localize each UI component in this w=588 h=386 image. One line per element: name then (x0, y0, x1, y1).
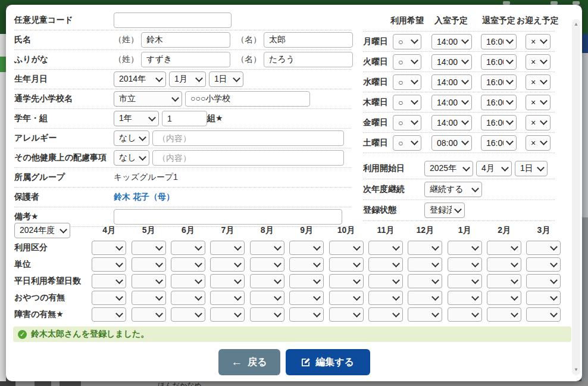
month-cell-select[interactable] (526, 274, 561, 288)
continuation-select[interactable]: 継続する (424, 182, 482, 197)
month-cell-select[interactable] (526, 257, 561, 272)
month-cell-select[interactable] (526, 241, 561, 255)
month-cell-select[interactable] (171, 241, 205, 255)
leave-time-select[interactable]: 16:00 (481, 34, 517, 49)
enter-time-select[interactable]: 08:00 (431, 135, 472, 151)
scroll-down-icon[interactable]: ▼ (572, 368, 580, 372)
month-cell-select[interactable] (250, 257, 284, 272)
month-cell-select[interactable] (171, 274, 205, 288)
month-cell-select[interactable] (448, 257, 482, 272)
month-cell-select[interactable] (250, 274, 284, 288)
month-cell-select[interactable] (210, 274, 245, 288)
birth-year-select[interactable]: 2014年 (114, 71, 166, 87)
month-cell-select[interactable] (408, 274, 442, 288)
month-cell-select[interactable] (329, 274, 364, 288)
month-cell-select[interactable] (487, 257, 521, 272)
month-cell-select[interactable] (92, 307, 126, 322)
month-cell-select[interactable] (487, 241, 521, 255)
wish-select[interactable]: ○ (393, 54, 421, 70)
class-input[interactable] (162, 111, 207, 126)
month-cell-select[interactable] (487, 274, 521, 288)
month-cell-select[interactable] (250, 307, 284, 322)
scroll-up-icon[interactable]: ▲ (572, 22, 580, 27)
month-cell-select[interactable] (171, 307, 205, 322)
month-cell-select[interactable] (329, 241, 364, 255)
month-cell-select[interactable] (92, 274, 126, 288)
start-day-select[interactable]: 1日 (515, 161, 548, 176)
month-cell-select[interactable] (250, 241, 284, 255)
birth-month-select[interactable]: 1月 (169, 71, 206, 87)
month-cell-select[interactable] (526, 307, 561, 322)
enter-time-select[interactable]: 14:00 (431, 34, 472, 49)
month-cell-select[interactable] (448, 241, 482, 255)
month-cell-select[interactable] (329, 307, 364, 322)
status-select[interactable]: 登録済 (424, 203, 465, 218)
pickup-select[interactable]: × (526, 74, 551, 90)
modal-scrollbar[interactable]: ▲ ▼ (572, 19, 580, 375)
edit-button[interactable]: 編集する (286, 349, 370, 375)
givenname-input[interactable] (264, 32, 353, 48)
month-cell-select[interactable] (132, 241, 166, 255)
month-cell-select[interactable] (171, 291, 205, 305)
month-cell-select[interactable] (92, 241, 126, 255)
month-cell-select[interactable] (329, 257, 364, 272)
month-cell-select[interactable] (448, 274, 482, 288)
month-cell-select[interactable] (92, 257, 126, 272)
school-name-input[interactable] (185, 91, 310, 107)
month-cell-select[interactable] (132, 307, 166, 322)
month-cell-select[interactable] (368, 291, 403, 305)
month-cell-select[interactable] (487, 291, 521, 305)
leave-time-select[interactable]: 16:00 (481, 54, 517, 70)
month-cell-select[interactable] (368, 241, 403, 255)
month-cell-select[interactable] (448, 291, 482, 305)
month-cell-select[interactable] (368, 257, 403, 272)
leave-time-select[interactable]: 16:00 (481, 115, 517, 130)
health-select[interactable]: なし (114, 150, 149, 166)
month-cell-select[interactable] (448, 307, 482, 322)
month-cell-select[interactable] (408, 257, 442, 272)
child-code-input[interactable] (114, 13, 232, 28)
enter-time-select[interactable]: 14:00 (431, 115, 472, 130)
month-cell-select[interactable] (289, 274, 324, 288)
enter-time-select[interactable]: 14:00 (431, 54, 472, 70)
month-cell-select[interactable] (368, 307, 403, 322)
pickup-select[interactable]: × (526, 95, 551, 110)
month-cell-select[interactable] (171, 257, 205, 272)
month-cell-select[interactable] (132, 257, 166, 272)
wish-select[interactable]: ○ (393, 115, 421, 130)
birth-day-select[interactable]: 1日 (209, 71, 243, 87)
month-cell-select[interactable] (408, 307, 442, 322)
pickup-select[interactable]: × (526, 135, 551, 151)
month-cell-select[interactable] (250, 291, 284, 305)
start-year-select[interactable]: 2025年 (424, 161, 473, 176)
school-type-select[interactable]: 市立 (114, 91, 182, 107)
pickup-select[interactable]: × (526, 34, 551, 49)
month-cell-select[interactable] (289, 257, 324, 272)
allergy-select[interactable]: なし (114, 130, 149, 146)
month-cell-select[interactable] (289, 307, 324, 322)
wish-select[interactable]: ○ (393, 95, 421, 110)
leave-time-select[interactable]: 16:00 (481, 135, 517, 151)
pickup-select[interactable]: × (526, 54, 551, 70)
pickup-select[interactable]: × (526, 115, 551, 130)
guardian-link[interactable]: 鈴木 花子（母） (114, 192, 174, 203)
month-cell-select[interactable] (210, 291, 245, 305)
month-cell-select[interactable] (408, 241, 442, 255)
month-cell-select[interactable] (408, 291, 442, 305)
month-cell-select[interactable] (526, 291, 561, 305)
start-month-select[interactable]: 4月 (476, 161, 512, 176)
leave-time-select[interactable]: 16:00 (481, 74, 517, 90)
month-cell-select[interactable] (289, 241, 324, 255)
health-detail-input[interactable] (152, 150, 344, 166)
month-cell-select[interactable] (329, 291, 364, 305)
furigana-surname-input[interactable] (141, 52, 230, 67)
leave-time-select[interactable]: 16:00 (481, 95, 517, 110)
fiscal-year-select[interactable]: 2024年度 (14, 223, 70, 238)
wish-select[interactable]: ○ (393, 135, 421, 151)
month-cell-select[interactable] (210, 241, 245, 255)
month-cell-select[interactable] (210, 257, 245, 272)
enter-time-select[interactable]: 14:00 (431, 95, 472, 110)
month-cell-select[interactable] (368, 274, 403, 288)
month-cell-select[interactable] (289, 291, 324, 305)
grade-year-select[interactable]: 1年 (114, 111, 159, 126)
